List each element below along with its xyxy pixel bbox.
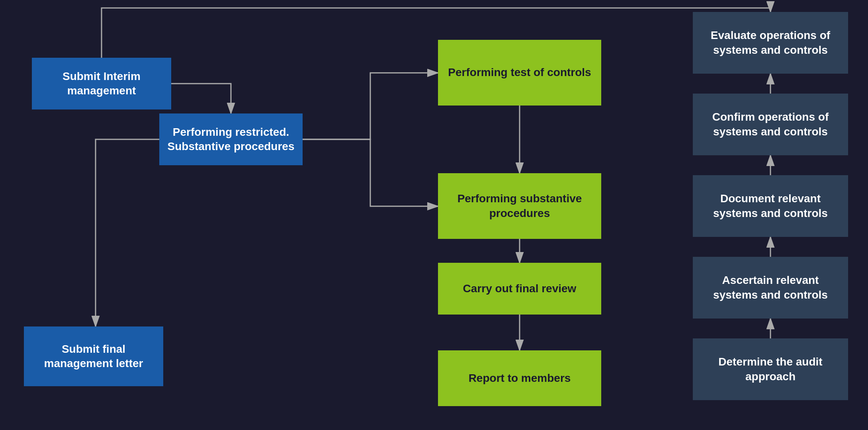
submit-interim-label: Submit Interim management: [39, 69, 164, 98]
document-systems-node: Document relevant systems and controls: [693, 175, 848, 237]
carry-out-node: Carry out final review: [438, 263, 601, 315]
ascertain-systems-label: Ascertain relevant systems and controls: [700, 273, 841, 302]
submit-final-label: Submit final management letter: [31, 342, 156, 371]
performing-restricted-node: Performing restricted. Substantive proce…: [159, 113, 303, 165]
performing-test-label: Performing test of controls: [448, 65, 591, 80]
carry-out-label: Carry out final review: [463, 281, 577, 296]
confirm-ops-label: Confirm operations of systems and contro…: [700, 110, 841, 139]
evaluate-ops-node: Evaluate operations of systems and contr…: [693, 12, 848, 74]
performing-restricted-label: Performing restricted. Substantive proce…: [166, 125, 295, 154]
evaluate-ops-label: Evaluate operations of systems and contr…: [700, 28, 841, 57]
submit-final-node: Submit final management letter: [24, 326, 163, 386]
determine-audit-node: Determine the audit approach: [693, 338, 848, 400]
document-systems-label: Document relevant systems and controls: [700, 192, 841, 221]
performing-substantive-label: Performing substantive procedures: [445, 192, 594, 221]
report-members-label: Report to members: [469, 371, 571, 385]
diagram: Submit Interim management Performing res…: [0, 0, 868, 430]
confirm-ops-node: Confirm operations of systems and contro…: [693, 94, 848, 155]
report-members-node: Report to members: [438, 350, 601, 406]
determine-audit-label: Determine the audit approach: [700, 355, 841, 384]
ascertain-systems-node: Ascertain relevant systems and controls: [693, 257, 848, 319]
performing-substantive-node: Performing substantive procedures: [438, 173, 601, 239]
performing-test-node: Performing test of controls: [438, 40, 601, 106]
submit-interim-node: Submit Interim management: [32, 58, 171, 109]
